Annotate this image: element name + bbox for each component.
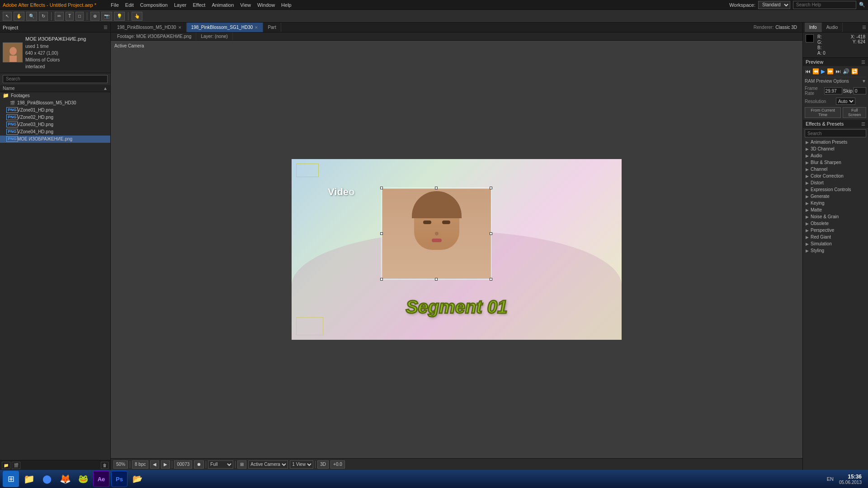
effects-cat-1[interactable]: ▶3D Channel bbox=[803, 145, 868, 152]
list-sort-button[interactable]: ▲ bbox=[103, 86, 108, 91]
effects-cat-13[interactable]: ▶Perspective bbox=[803, 227, 868, 234]
tool-rotate[interactable]: ↻ bbox=[39, 12, 48, 21]
file-item-3[interactable]: PNGVZone02_HD.png bbox=[0, 114, 110, 121]
effects-cat-11[interactable]: ▶Noise & Grain bbox=[803, 213, 868, 220]
tool-pen[interactable]: ✏ bbox=[55, 12, 64, 21]
menu-animation[interactable]: Animation bbox=[212, 2, 234, 8]
chrome-btn[interactable]: ⬤ bbox=[39, 471, 55, 487]
viewer-8bpc[interactable]: 8 bpc bbox=[132, 460, 148, 469]
viewer-camera-select[interactable]: Active Camera bbox=[248, 460, 288, 469]
effects-cat-15[interactable]: ▶Simulation bbox=[803, 240, 868, 247]
prev-audio[interactable]: 🔊 bbox=[842, 68, 850, 75]
menu-edit[interactable]: Edit bbox=[125, 2, 134, 8]
tab-info[interactable]: Info bbox=[805, 23, 822, 33]
preview-panel-header[interactable]: Preview ☰ bbox=[803, 58, 868, 66]
file-item-6[interactable]: PNGМОЕ ИЗОБРАЖЕНИЕ.png bbox=[0, 136, 110, 143]
effects-cat-7[interactable]: ▶Expression Controls bbox=[803, 186, 868, 193]
prev-back[interactable]: ⏪ bbox=[812, 68, 820, 75]
prev-first[interactable]: ⏮ bbox=[805, 68, 811, 75]
footage-tab[interactable]: Footage: МОЕ ИЗОБРАЖЕНИЕ.png bbox=[113, 33, 196, 41]
effects-cat-0[interactable]: ▶Animation Presets bbox=[803, 139, 868, 145]
menu-help[interactable]: Help bbox=[281, 2, 292, 8]
comp-tab-part[interactable]: Part bbox=[263, 23, 281, 33]
viewer-record[interactable]: ⏺ bbox=[194, 460, 204, 469]
comp-tab-m5[interactable]: 198_PinkBlossom_M5_HD30 ✕ bbox=[113, 23, 187, 33]
tool-anchor[interactable]: ⊕ bbox=[90, 12, 99, 21]
prev-last[interactable]: ⏭ bbox=[835, 68, 841, 75]
project-panel-menu[interactable]: ☰ bbox=[104, 25, 108, 30]
tool-shape[interactable]: □ bbox=[75, 12, 84, 21]
effects-cat-5[interactable]: ▶Color Correction bbox=[803, 173, 868, 179]
frame-rate-input[interactable] bbox=[824, 87, 842, 94]
firefox-btn[interactable]: 🦊 bbox=[57, 471, 73, 487]
composition-canvas[interactable]: Video To replace this layer, select it..… bbox=[111, 41, 802, 458]
effects-menu-btn[interactable]: ☰ bbox=[861, 122, 865, 127]
preview-menu-btn[interactable]: ☰ bbox=[861, 60, 865, 65]
effects-cat-8[interactable]: ▶Generate bbox=[803, 193, 868, 200]
tool-puppet[interactable]: 👆 bbox=[132, 12, 142, 21]
viewer-exposure[interactable]: +0.0 bbox=[330, 460, 345, 469]
tool-select[interactable]: ↖ bbox=[3, 12, 12, 21]
prev-loop[interactable]: 🔁 bbox=[851, 68, 859, 75]
ram-preview-expand[interactable]: ▼ bbox=[862, 79, 866, 84]
menu-view[interactable]: View bbox=[240, 2, 251, 8]
explorer-btn[interactable]: 📁 bbox=[21, 471, 37, 487]
menu-window[interactable]: Window bbox=[257, 2, 275, 8]
viewer-grid[interactable]: ⊞ bbox=[237, 460, 246, 469]
file-item-2[interactable]: PNGVZone01_HD.png bbox=[0, 107, 110, 114]
new-comp-btn[interactable]: 🎬 bbox=[12, 462, 20, 469]
delete-btn[interactable]: 🗑 bbox=[101, 462, 108, 469]
effects-cat-14[interactable]: ▶Red Giant bbox=[803, 234, 868, 240]
folder-btn[interactable]: 📂 bbox=[129, 471, 146, 487]
ps-btn[interactable]: Ps bbox=[111, 471, 127, 487]
new-folder-btn[interactable]: 📁 bbox=[2, 462, 10, 469]
file-item-0[interactable]: 📁Footages bbox=[0, 92, 110, 99]
file-item-1[interactable]: 🎬198_PinkBlossom_M5_HD30 bbox=[0, 99, 110, 107]
viewer-views-select[interactable]: 1 View bbox=[290, 460, 313, 469]
comp-tab-sg1[interactable]: 198_PinkBlossom_SG1_HD30 ✕ bbox=[187, 23, 264, 33]
file-item-5[interactable]: PNGVZone04_HD.png bbox=[0, 128, 110, 136]
effects-cat-12[interactable]: ▶Obsolete bbox=[803, 220, 868, 227]
menu-effect[interactable]: Effect bbox=[193, 2, 205, 8]
viewer-zoom[interactable]: 50% bbox=[113, 460, 128, 469]
comp-tab-m5-close[interactable]: ✕ bbox=[178, 25, 182, 30]
tool-light[interactable]: 💡 bbox=[114, 12, 125, 21]
from-current-time-btn[interactable]: From Current Time bbox=[805, 107, 841, 118]
effects-cat-9[interactable]: ▶Keying bbox=[803, 200, 868, 206]
skip-input[interactable] bbox=[854, 87, 866, 94]
viewer-quality-select[interactable]: Full Half Quarter bbox=[208, 460, 233, 469]
ae-btn[interactable]: Ae bbox=[93, 471, 109, 487]
effects-cat-16[interactable]: ▶Styling bbox=[803, 247, 868, 254]
menu-layer[interactable]: Layer bbox=[174, 2, 187, 8]
tool-text[interactable]: T bbox=[66, 12, 74, 21]
tool-camera[interactable]: 📷 bbox=[101, 12, 112, 21]
comp-tab-sg1-close[interactable]: ✕ bbox=[255, 25, 258, 30]
viewer-prev-frame[interactable]: ◀ bbox=[150, 460, 159, 469]
effects-cat-10[interactable]: ▶Matte bbox=[803, 206, 868, 213]
tool-hand[interactable]: ✋ bbox=[14, 12, 24, 21]
start-button[interactable]: ⊞ bbox=[3, 471, 19, 487]
layer-tab[interactable]: Layer: (none) bbox=[196, 33, 232, 41]
effects-search-input[interactable] bbox=[805, 129, 866, 137]
effects-cat-2[interactable]: ▶Audio bbox=[803, 152, 868, 159]
tool-zoom[interactable]: 🔍 bbox=[26, 12, 37, 21]
workspace-select[interactable]: Standard bbox=[758, 1, 790, 9]
project-search-input[interactable] bbox=[3, 75, 108, 83]
effects-cat-4[interactable]: ▶Channel bbox=[803, 166, 868, 173]
viewer-3d-toggle[interactable]: 3D bbox=[317, 460, 329, 469]
effects-panel-header[interactable]: Effects & Presets ☰ bbox=[803, 120, 868, 128]
resolution-select[interactable]: Auto Full Half bbox=[836, 98, 855, 105]
tab-audio[interactable]: Audio bbox=[822, 23, 843, 33]
menu-file[interactable]: File bbox=[111, 2, 119, 8]
prev-forward[interactable]: ⏩ bbox=[826, 68, 834, 75]
info-panel-menu[interactable]: ☰ bbox=[862, 25, 866, 30]
file-item-4[interactable]: PNGVZone03_HD.png bbox=[0, 121, 110, 128]
viewer-timecode[interactable]: 00073 bbox=[174, 460, 192, 469]
viewer-next-frame[interactable]: ▶ bbox=[161, 460, 170, 469]
search-help-input[interactable] bbox=[793, 1, 856, 9]
prev-play[interactable]: ▶ bbox=[821, 68, 826, 75]
menu-composition[interactable]: Composition bbox=[140, 2, 168, 8]
full-screen-btn[interactable]: Full Screen bbox=[843, 107, 866, 118]
effects-cat-3[interactable]: ▶Blur & Sharpen bbox=[803, 159, 868, 166]
app-btn[interactable]: 🐸 bbox=[75, 471, 91, 487]
